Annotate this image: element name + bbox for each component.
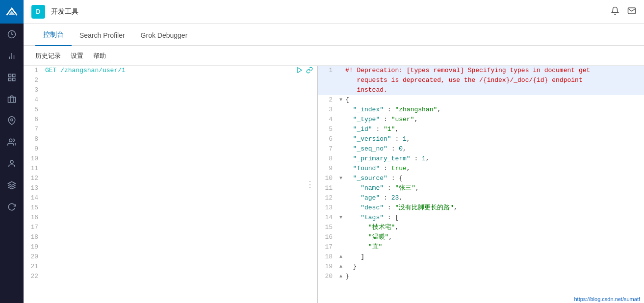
sidebar-icon-building[interactable] (0, 88, 24, 110)
copy-button[interactable] (306, 67, 313, 77)
settings-button[interactable]: 设置 (71, 51, 83, 60)
output-line-3: 3 "_index" : "zhangshan", (318, 105, 644, 115)
code-line-18: 18 (24, 232, 317, 242)
output-line-1b: requests is deprecated, use the /{index}… (318, 76, 644, 85)
code-line-16: 16 (24, 213, 317, 223)
code-line-13: 13 (24, 183, 317, 193)
output-line-9: 9 "found" : true, (318, 164, 644, 174)
output-line-18: 18 ▲ ] (318, 252, 644, 262)
svg-rect-5 (13, 74, 15, 76)
sidebar-icon-analytics[interactable] (0, 45, 24, 67)
sidebar-icon-layers[interactable] (0, 175, 24, 196)
svg-rect-8 (8, 97, 16, 102)
code-line-10: 10 (24, 154, 317, 164)
output-line-8: 8 "_primary_term" : 1, (318, 154, 644, 164)
sidebar-icon-grid[interactable] (0, 67, 24, 88)
output-line-6: 6 "_version" : 1, (318, 134, 644, 144)
code-line-19: 19 (24, 242, 317, 252)
request-code-lines: 1 GET /zhangshan/user/1 2 3 4 5 (24, 66, 317, 281)
svg-rect-4 (8, 74, 11, 76)
code-line-14: 14 (24, 193, 317, 203)
output-line-19: 19 ▲ } (318, 262, 644, 272)
header-actions (611, 6, 636, 17)
code-line-1: 1 GET /zhangshan/user/1 (24, 66, 317, 76)
app-logo[interactable] (0, 0, 24, 24)
code-line-3: 3 (24, 85, 317, 95)
drag-dots-icon: ⋮ (306, 179, 315, 190)
output-line-13: 13 "desc" : "没有比脚更长的路", (318, 203, 644, 213)
toolbar: 历史记录 设置 帮助 (24, 46, 644, 66)
tab-grok-debugger[interactable]: Grok Debugger (133, 25, 196, 45)
output-line-14: 14 ▼ "tags" : [ (318, 213, 644, 223)
output-line-16: 16 "温暖", (318, 232, 644, 242)
mail-icon[interactable] (627, 6, 636, 17)
output-line-4: 4 "_type" : "user", (318, 115, 644, 125)
sidebar-icon-users[interactable] (0, 131, 24, 153)
request-editor[interactable]: 1 GET /zhangshan/user/1 2 3 4 5 (24, 66, 318, 303)
user-avatar[interactable]: D (31, 5, 45, 19)
drag-handle[interactable]: ⋮ (304, 177, 317, 192)
code-line-8: 8 (24, 134, 317, 144)
line-actions (296, 67, 313, 77)
output-line-2: 2 ▼ { (318, 95, 644, 105)
output-line-7: 7 "_seq_no" : 0, (318, 144, 644, 154)
sidebar-icon-person[interactable] (0, 153, 24, 175)
code-line-6: 6 (24, 115, 317, 125)
svg-rect-6 (8, 78, 11, 81)
code-line-22: 22 (24, 272, 317, 281)
svg-rect-7 (13, 78, 15, 81)
output-line-12: 12 "age" : 23, (318, 193, 644, 203)
editor-area: 1 GET /zhangshan/user/1 2 3 4 5 (24, 66, 644, 303)
code-line-2: 2 (24, 76, 317, 85)
code-line-20: 20 (24, 252, 317, 262)
app-title: 开发工具 (51, 7, 78, 16)
code-line-4: 4 (24, 95, 317, 105)
code-line-21: 21 (24, 262, 317, 272)
tab-search-profiler[interactable]: Search Profiler (72, 25, 133, 45)
main-content: D 开发工具 控制台 Search Profiler Grok Debugger… (24, 0, 644, 303)
tabs-bar: 控制台 Search Profiler Grok Debugger (24, 24, 644, 46)
bell-icon[interactable] (611, 6, 619, 17)
output-line-17: 17 "直" (318, 242, 644, 252)
output-line-20: 20 ▲ } (318, 272, 644, 281)
svg-point-11 (10, 160, 13, 163)
app-header: D 开发工具 (24, 0, 644, 24)
code-line-15: 15 (24, 203, 317, 213)
output-line-10: 10 ▼ "_source" : { (318, 174, 644, 183)
svg-point-10 (9, 139, 12, 142)
code-line-12: 12 (24, 174, 317, 183)
svg-marker-13 (298, 68, 302, 73)
sidebar-icon-clock[interactable] (0, 24, 24, 45)
help-button[interactable]: 帮助 (93, 51, 106, 60)
sidebar (0, 0, 24, 303)
output-line-1c: instead. (318, 85, 644, 95)
run-button[interactable] (296, 67, 303, 77)
url-hint: https://blog.csdn.net/sumatf (570, 295, 644, 303)
sidebar-icon-map[interactable] (0, 110, 24, 131)
svg-point-9 (11, 119, 13, 121)
output-line-1: 1 #! Deprecation: [types removal] Specif… (318, 66, 644, 76)
code-line-7: 7 (24, 125, 317, 134)
output-line-5: 5 "_id" : "1", (318, 125, 644, 134)
history-button[interactable]: 历史记录 (35, 51, 61, 60)
tab-console[interactable]: 控制台 (35, 25, 72, 45)
response-output[interactable]: 1 #! Deprecation: [types removal] Specif… (318, 66, 644, 303)
code-line-5: 5 (24, 105, 317, 115)
code-line-11: 11 (24, 164, 317, 174)
svg-marker-12 (8, 182, 16, 186)
code-line-9: 9 (24, 144, 317, 154)
output-line-11: 11 "name" : "张三", (318, 183, 644, 193)
code-line-17: 17 (24, 223, 317, 232)
sidebar-icon-refresh[interactable] (0, 196, 24, 218)
output-line-15: 15 "技术宅", (318, 223, 644, 232)
output-code-lines: 1 #! Deprecation: [types removal] Specif… (318, 66, 644, 281)
